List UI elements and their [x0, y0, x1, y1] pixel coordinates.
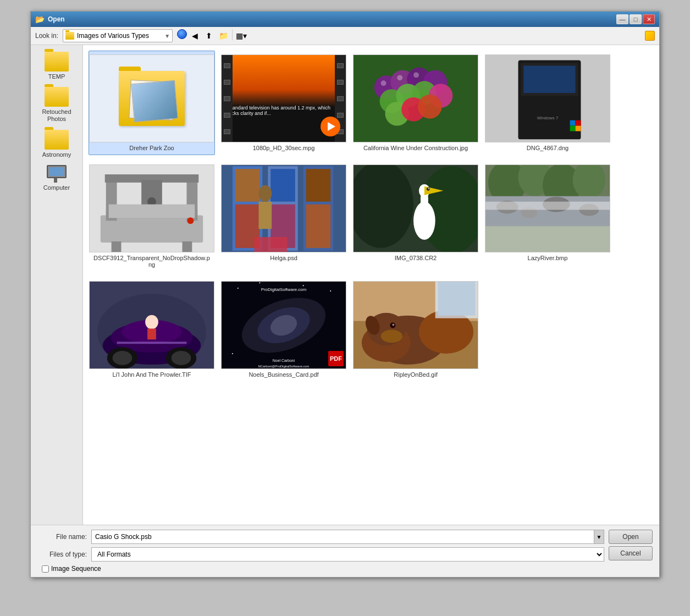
svg-rect-48 [254, 237, 286, 252]
view-toggle-button[interactable]: ▦▾ [235, 29, 248, 42]
svg-point-78 [113, 351, 133, 365]
list-item[interactable]: IMG_0738.CR2 [352, 161, 479, 272]
list-item[interactable]: LazyRiver.bmp [484, 161, 611, 272]
view-icon: ▦▾ [236, 31, 247, 40]
open-dialog: 📂 Open — □ ✕ Look in: Images of Various … [30, 11, 660, 578]
svg-text:ProDigitalSoftware.com: ProDigitalSoftware.com [261, 287, 307, 292]
sidebar-item-temp[interactable]: TEMP [35, 50, 79, 82]
file-thumbnail [485, 164, 610, 252]
file-label: RipleyOnBed.gif [394, 371, 438, 378]
list-item[interactable]: Windows 7 DNG_4867.dng [484, 51, 611, 155]
file-name-input[interactable] [92, 530, 594, 543]
svg-point-57 [428, 188, 429, 189]
file-name-dropdown-button[interactable]: ▼ [594, 530, 604, 543]
svg-text:Noel Carboni: Noel Carboni [273, 359, 295, 362]
svg-rect-69 [485, 202, 610, 210]
file-thumbnail [221, 164, 346, 252]
svg-point-14 [413, 72, 419, 78]
file-thumbnail [89, 281, 214, 369]
nav-back-button[interactable]: ◀ [188, 29, 201, 42]
svg-rect-33 [112, 241, 122, 252]
list-item[interactable]: Dreher Park Zoo [89, 51, 215, 155]
files-of-type-select[interactable]: All Formats [92, 548, 604, 561]
list-item[interactable]: Item type: IrfanView JPG File Rating: Un… [352, 51, 479, 155]
file-area: Dreher Park Zoo Standard television has … [83, 45, 659, 525]
sidebar-item-astronomy[interactable]: Astronomy [35, 128, 79, 161]
svg-point-89 [303, 285, 304, 286]
minimize-button[interactable]: — [616, 14, 628, 24]
svg-point-79 [172, 351, 191, 365]
up-folder-button[interactable]: ⬆ [202, 29, 216, 42]
image-sequence-label: Image Sequence [51, 565, 101, 573]
file-label: California Wine Under Construction.jpg [363, 145, 468, 151]
play-icon [321, 117, 340, 136]
look-in-dropdown[interactable]: Images of Various Types ▼ [63, 29, 173, 42]
folder-thumbnail-icon [119, 71, 185, 126]
list-item[interactable]: RipleyOnBed.gif [352, 277, 479, 382]
computer-icon [46, 165, 68, 183]
svg-rect-53 [421, 194, 428, 224]
image-sequence-row: Image Sequence [37, 565, 604, 573]
svg-point-87 [238, 288, 239, 289]
maximize-button[interactable]: □ [630, 14, 642, 24]
globe-icon [177, 29, 187, 39]
sidebar-label-astronomy: Astronomy [42, 151, 71, 158]
list-item[interactable]: Li'l John And The Prowler.TIF [89, 277, 215, 382]
svg-rect-34 [183, 241, 192, 252]
list-item[interactable]: Standard television has around 1.2 mpx, … [220, 51, 347, 155]
svg-rect-45 [306, 205, 331, 248]
close-button[interactable]: ✕ [643, 14, 655, 24]
sidebar: TEMP Retouched Photos Astronomy Computer [31, 45, 83, 525]
svg-point-88 [259, 282, 260, 283]
sidebar-item-computer[interactable]: Computer [35, 163, 79, 194]
window-title: Open [48, 15, 65, 23]
toolbar-separator [232, 29, 233, 40]
svg-point-56 [427, 188, 430, 191]
file-label: LazyRiver.bmp [528, 255, 568, 261]
svg-rect-20 [576, 120, 581, 126]
cancel-button[interactable]: Cancel [609, 546, 653, 560]
file-thumbnail [89, 164, 214, 252]
svg-point-107 [392, 324, 394, 326]
svg-rect-42 [271, 169, 295, 201]
files-of-type-select-container: All Formats [91, 547, 604, 562]
svg-rect-32 [109, 205, 195, 218]
file-label: Dreher Park Zoo [129, 145, 174, 151]
svg-text:Windows 7: Windows 7 [537, 116, 559, 120]
file-label: DSCF3912_Transparent_NoDropShadow.png [92, 255, 211, 268]
toolbar-icons: ◀ ⬆ 📁 ▦▾ [177, 29, 248, 42]
svg-point-91 [232, 353, 233, 354]
svg-rect-81 [147, 328, 156, 339]
file-grid: Dreher Park Zoo Standard television has … [89, 51, 654, 382]
retouched-folder-icon [45, 87, 69, 107]
astronomy-folder-icon [45, 130, 69, 150]
list-item[interactable]: DSCF3912_Transparent_NoDropShadow.png [89, 161, 215, 272]
svg-point-13 [397, 75, 402, 80]
look-in-text: Images of Various Types [77, 32, 164, 40]
save-icon [645, 31, 655, 41]
window-icon: 📂 [35, 15, 45, 24]
chevron-down-icon: ▼ [164, 33, 170, 39]
toolbar: Look in: Images of Various Types ▼ ◀ ⬆ 📁… [31, 27, 659, 45]
file-name-row: File name: ▼ [37, 530, 604, 544]
list-item[interactable]: ProDigitalSoftware.com Noel Carboni NCar… [220, 277, 347, 382]
image-sequence-checkbox[interactable] [42, 565, 49, 573]
sidebar-label-retouched: Retouched Photos [37, 108, 76, 123]
svg-point-90 [330, 290, 331, 292]
open-button[interactable]: Open [609, 530, 653, 544]
file-thumbnail [353, 164, 478, 252]
svg-point-12 [381, 80, 387, 86]
new-folder-button[interactable]: 📁 [217, 29, 230, 42]
temp-folder-icon [45, 52, 69, 72]
file-label: 1080p_HD_30sec.mpg [253, 145, 315, 151]
bottom-main: File name: ▼ Files of type: All Formats [37, 530, 653, 573]
bottom-bar: File name: ▼ Files of type: All Formats [31, 525, 659, 577]
list-item[interactable]: Helga.psd [220, 161, 347, 272]
file-thumbnail: ProDigitalSoftware.com Noel Carboni NCar… [221, 281, 346, 369]
file-thumbnail: Windows 7 [485, 54, 610, 142]
svg-rect-19 [570, 120, 576, 126]
svg-rect-44 [306, 169, 331, 201]
sidebar-item-retouched[interactable]: Retouched Photos [35, 85, 79, 125]
bottom-fields: File name: ▼ Files of type: All Formats [37, 530, 604, 573]
svg-text:NCarboni@ProDigitalSoftware.co: NCarboni@ProDigitalSoftware.com [258, 365, 309, 368]
